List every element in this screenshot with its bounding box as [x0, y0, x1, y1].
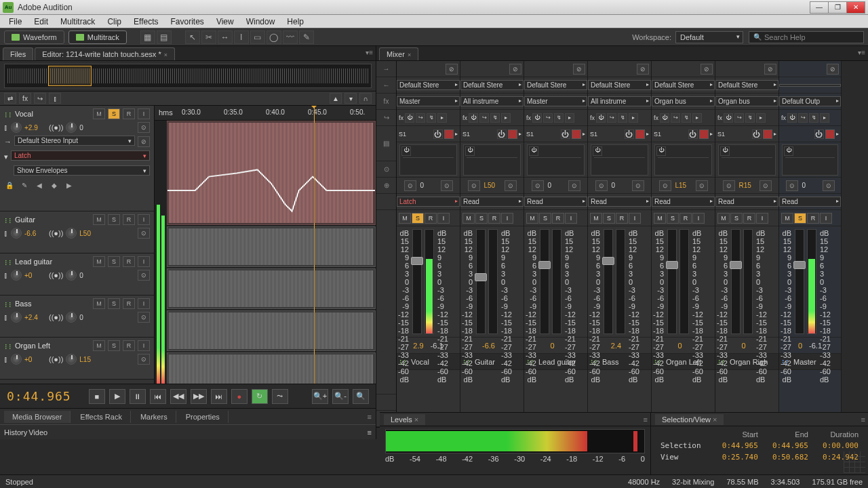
section-fx-icon[interactable]: fx: [376, 94, 396, 110]
mute-button[interactable]: M: [93, 298, 105, 309]
time-select-tool-icon[interactable]: I: [234, 30, 249, 44]
channel-fader[interactable]: [540, 229, 549, 334]
solo-button[interactable]: S: [794, 213, 806, 224]
arm-button[interactable]: R: [807, 213, 819, 224]
go-end-button[interactable]: ⏭: [211, 389, 227, 404]
channel-fader[interactable]: [795, 229, 804, 334]
mixer-tab[interactable]: Mixer×: [379, 47, 418, 60]
mute-button[interactable]: M: [93, 108, 105, 119]
forward-button[interactable]: ▶▶: [191, 389, 207, 404]
menu-multitrack[interactable]: Multitrack: [54, 16, 101, 28]
channel-ab-icon[interactable]: ⊘: [637, 64, 649, 75]
arm-button[interactable]: R: [679, 213, 692, 224]
channel-fader[interactable]: [412, 229, 422, 334]
audio-clip[interactable]: [167, 352, 376, 384]
tab-effects-rack[interactable]: Effects Rack: [72, 411, 131, 423]
channel-fader[interactable]: [667, 229, 677, 334]
brush-tool-icon[interactable]: 〰: [283, 30, 298, 44]
channel-fader[interactable]: [476, 229, 486, 334]
automation-mode-select[interactable]: Read: [460, 197, 524, 207]
section-pan-icon[interactable]: ⊙: [376, 161, 396, 178]
monitor-button[interactable]: I: [138, 340, 150, 351]
zoom-out-icon[interactable]: 🔍-: [332, 389, 349, 404]
skip-button[interactable]: ⤳: [272, 389, 288, 404]
pan-knob[interactable]: [66, 270, 77, 281]
tool-fx-icon[interactable]: fx: [19, 93, 31, 104]
send-knob-icon[interactable]: [635, 129, 645, 139]
audio-clip[interactable]: [167, 121, 376, 225]
panel-options-icon[interactable]: ≡: [368, 413, 372, 421]
go-start-button[interactable]: ⏮: [150, 389, 166, 404]
solo-button[interactable]: S: [667, 213, 679, 224]
tool-spectral-icon[interactable]: ▦: [140, 30, 155, 44]
overview-navigator[interactable]: 🔍: [4, 64, 372, 88]
playhead[interactable]: [314, 106, 315, 384]
track-options-icon[interactable]: ⊙: [138, 122, 150, 133]
eq-display[interactable]: ⏻: [591, 144, 648, 176]
channel-fader[interactable]: [731, 229, 741, 334]
panel-options-icon[interactable]: ≡: [368, 428, 372, 436]
tool-pitch-icon[interactable]: ▤: [157, 30, 172, 44]
pan-mode-icon[interactable]: ⊙: [595, 180, 608, 191]
audio-clip[interactable]: [167, 268, 376, 309]
volume-knob[interactable]: [11, 312, 22, 323]
output-select[interactable]: Default Outp: [779, 96, 841, 106]
window-minimize-button[interactable]: —: [810, 1, 829, 14]
selection-view-tab[interactable]: Selection/View ×: [655, 414, 724, 425]
record-button[interactable]: ●: [231, 389, 248, 404]
marquee-tool-icon[interactable]: ▭: [250, 30, 265, 44]
track-header-vocal[interactable]: ⫶⫶Vocal M S R I⫿+2.9 ((●))0 ⊙→Default St…: [0, 106, 154, 211]
tool-a-icon[interactable]: ▾: [344, 93, 357, 104]
tab-properties[interactable]: Properties: [178, 411, 229, 423]
send-knob-icon[interactable]: [825, 129, 835, 139]
solo-button[interactable]: S: [539, 213, 551, 224]
eq-display[interactable]: ⏻: [718, 144, 776, 176]
mute-button[interactable]: M: [399, 213, 411, 224]
rewind-button[interactable]: ◀◀: [170, 389, 186, 404]
volume-knob[interactable]: [11, 228, 22, 239]
automation-mode-select[interactable]: Read: [588, 197, 651, 207]
solo-button[interactable]: S: [108, 340, 120, 351]
arm-button[interactable]: R: [616, 213, 628, 224]
pan-mode-icon[interactable]: ⊙: [468, 180, 480, 191]
fx-power-icon[interactable]: ⏻: [596, 113, 606, 123]
track-header-lead-guitar[interactable]: ⫶⫶Lead guitar M S R I⫿+0 ((●))0 ⊙: [0, 253, 154, 296]
solo-button[interactable]: S: [108, 256, 120, 267]
pan-mode-icon[interactable]: ⊙: [786, 180, 798, 191]
ripple-icon[interactable]: ∩: [359, 93, 372, 104]
mute-button[interactable]: M: [93, 256, 105, 267]
channel-ab-icon[interactable]: ⊘: [827, 64, 839, 75]
section-mode-icon[interactable]: ⊕: [376, 178, 396, 194]
track-header-bass[interactable]: ⫶⫶Bass M S R I⫿+2.4 ((●))0 ⊙: [0, 296, 154, 338]
automation-mode-select[interactable]: Read: [652, 197, 715, 207]
audio-clip[interactable]: [167, 226, 376, 267]
play-button[interactable]: ▶: [109, 389, 125, 404]
volume-knob[interactable]: [11, 270, 22, 281]
automation-mode-select[interactable]: Read: [524, 197, 587, 207]
menu-clip[interactable]: Clip: [101, 16, 127, 28]
tab-history[interactable]: History: [4, 428, 27, 436]
send-knob-icon[interactable]: [699, 129, 709, 139]
channel-ab-icon[interactable]: ⊘: [573, 64, 585, 75]
arm-record-button[interactable]: R: [123, 298, 135, 309]
fx-power-icon[interactable]: ⏻: [787, 113, 797, 123]
eq-display[interactable]: ⏻: [463, 144, 521, 176]
editor-tab[interactable]: Editor: 1214-write latch touch.sesx *×: [35, 47, 175, 60]
pan-knob[interactable]: [66, 228, 77, 239]
menu-effects[interactable]: Effects: [127, 16, 164, 28]
pause-button[interactable]: ⏸: [130, 389, 146, 404]
monitor-button[interactable]: I: [138, 214, 150, 225]
pan-mode-icon[interactable]: ⊙: [723, 180, 735, 191]
solo-button[interactable]: S: [603, 213, 615, 224]
resize-grip-icon[interactable]: [844, 451, 865, 473]
pan-mode-icon[interactable]: ⊙: [532, 180, 544, 191]
tab-markers[interactable]: Markers: [132, 411, 176, 423]
eq-display[interactable]: ⏻: [527, 144, 585, 176]
section-mute-icon[interactable]: [376, 194, 396, 210]
arm-button[interactable]: R: [552, 213, 564, 224]
arm-record-button[interactable]: R: [123, 340, 135, 351]
input-select[interactable]: [779, 84, 841, 87]
channel-ab-icon[interactable]: ⊘: [446, 64, 458, 75]
window-close-button[interactable]: ✕: [846, 1, 865, 14]
mute-button[interactable]: M: [717, 213, 730, 224]
